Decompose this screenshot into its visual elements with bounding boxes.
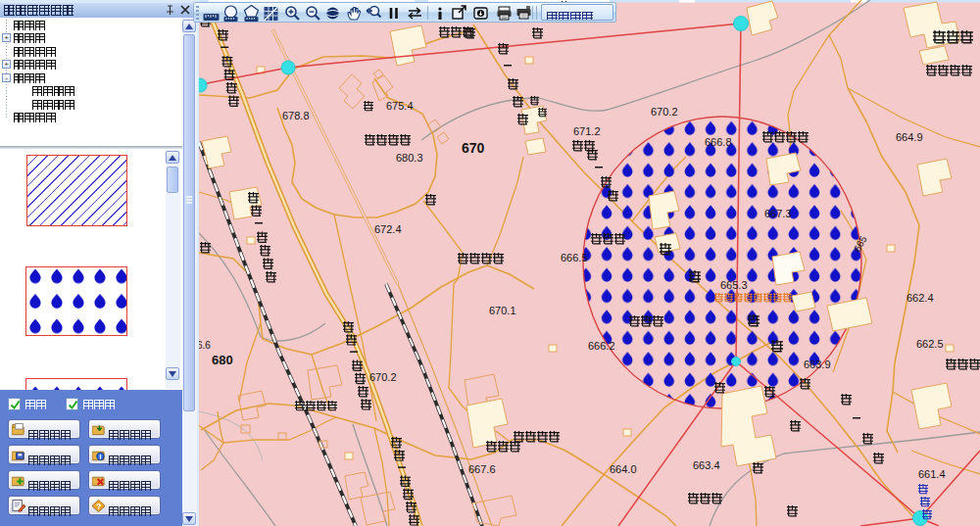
svg-text:678.8: 678.8 (282, 110, 310, 121)
svg-text:665.3: 665.3 (720, 279, 748, 291)
svg-text:662.5: 662.5 (916, 338, 944, 350)
svg-text:675.4: 675.4 (386, 100, 414, 112)
svg-text:670: 670 (462, 140, 485, 156)
svg-text:661.4: 661.4 (918, 468, 946, 480)
svg-text:664.0: 664.0 (610, 463, 637, 475)
svg-text:680: 680 (212, 353, 233, 367)
svg-text:663.4: 663.4 (693, 459, 720, 471)
svg-text:6.6: 6.6 (197, 340, 211, 351)
svg-text:667.3: 667.3 (764, 208, 792, 219)
svg-text:666.8: 666.8 (705, 136, 732, 148)
svg-text:670.2: 670.2 (651, 106, 678, 118)
svg-text:667.6: 667.6 (468, 463, 496, 475)
svg-text:670.2: 670.2 (369, 371, 397, 383)
svg-text:666.2: 666.2 (588, 340, 615, 352)
svg-text:662.4: 662.4 (906, 292, 934, 304)
svg-text:670.1: 670.1 (489, 305, 516, 316)
svg-text:666.5: 666.5 (561, 252, 588, 263)
svg-text:672.4: 672.4 (374, 223, 402, 235)
svg-text:?: ? (96, 502, 101, 511)
svg-text:664.9: 664.9 (896, 131, 923, 143)
svg-text:680.3: 680.3 (396, 152, 423, 164)
svg-text:663.9: 663.9 (804, 359, 831, 370)
svg-text:671.2: 671.2 (573, 125, 601, 137)
